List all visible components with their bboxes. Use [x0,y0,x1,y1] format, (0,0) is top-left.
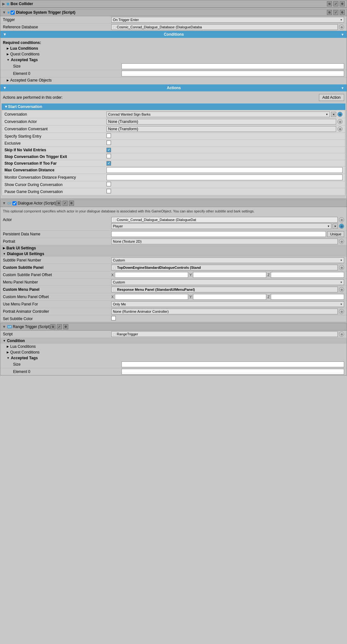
max-distance-input[interactable]: 3 [107,167,343,173]
copy4-icon[interactable]: ⧉ [50,324,55,329]
range-accepted-tags-row[interactable]: ▼ Accepted Tags [0,355,347,361]
custom-subtitle-panel-value: ⬚ TopDownEngineStandardDialogueControls … [111,265,344,270]
pause-game-checkbox[interactable] [107,189,111,193]
ref-db-circle-icon[interactable]: ◎ [339,25,344,30]
element0-input[interactable]: Player [122,71,344,76]
lua-conditions-row[interactable]: ▶ Lua Conditions [0,46,347,51]
conv-actor-circle-icon[interactable]: ◎ [337,119,343,124]
copy3-icon[interactable]: ⧉ [56,201,61,206]
conv-conversant-value: None (Transform) ◎ [107,126,343,132]
dialogue-actor-icons: ⧉ ⤢ ⚙ [56,201,74,206]
actor-filled-circle-icon[interactable]: ◎ [339,224,344,229]
range-lua-row[interactable]: ▶ Lua Conditions [0,344,347,349]
quest-conditions-row[interactable]: ▶ Quest Conditions [0,51,347,57]
dialogue-ui-settings-header[interactable]: ▼ Dialogue UI Settings [0,251,347,257]
actor-player-dropdown[interactable]: Player ▼ [111,223,331,229]
conversation-dropdown[interactable]: Conrad Wanted Sign Barks ▼ [107,111,330,117]
subtitle-panel-dropdown[interactable]: Custom ▼ [111,257,344,263]
custom-subtitle-panel-field[interactable]: ⬚ TopDownEngineStandardDialogueControls … [111,265,338,270]
maximize4-icon[interactable]: ⤢ [57,324,62,329]
box-collider-component: ▶ ◼ Box Collider ⧉ ⤢ ⚙ [0,0,347,8]
maximize2-icon[interactable]: ⤢ [333,10,338,15]
settings3-icon[interactable]: ⚙ [69,201,74,206]
dialogue-actor-arrow-icon[interactable]: ▼ [2,201,6,205]
arrow-right-icon[interactable]: ▶ [2,2,5,6]
settings2-icon[interactable]: ⚙ [340,10,345,15]
portrait-circle-icon[interactable]: ◎ [339,239,344,244]
condition-header[interactable]: ▼ Condition [0,338,347,344]
portrait-animator-field[interactable]: None (Runtime Animator Controller) [111,309,338,314]
range-script-circle-icon[interactable]: ◎ [339,332,344,337]
monitor-freq-input[interactable]: 1 [107,175,343,180]
size-input[interactable]: 1 [122,63,344,69]
portrait-field[interactable]: None (Texture 2D) [111,239,338,244]
portrait-text: None (Texture 2D) [113,240,142,243]
range-size-field: 1 [122,361,344,367]
accepted-tags-row[interactable]: ▼ Accepted Tags [0,57,347,63]
range-quest-row[interactable]: ▶ Quest Conditions [0,349,347,355]
maximize3-icon[interactable]: ⤢ [63,201,68,206]
custom-subtitle-circle-icon[interactable]: ◎ [339,265,344,270]
actor-circle-icon[interactable]: ◎ [339,217,344,222]
menu-x-input[interactable]: 0 [115,294,188,300]
custom-menu-circle-icon[interactable]: ◎ [339,287,344,292]
skip-no-valid-row: Skip If No Valid Entries [2,147,345,153]
quest-arrow-icon: ▶ [7,53,9,56]
conditions-section-header[interactable]: ▼ Conditions ▼ [0,31,347,38]
accepted-game-objects-row[interactable]: ▶ Accepted Game Objects [0,77,347,83]
show-cursor-checkbox[interactable] [107,182,111,186]
add-action-button[interactable]: Add Action [319,94,344,101]
arrow-down-icon[interactable]: ▼ [2,10,6,15]
conv-actor-field[interactable]: None (Transform) [107,119,336,125]
subtitle-y-input[interactable]: 0 [193,272,266,278]
conv-conversant-field[interactable]: None (Transform) [107,126,336,132]
range-trigger-arrow-icon[interactable]: ▼ [2,325,6,329]
stop-trigger-exit-row: Stop Conversation On Trigger Exit [2,153,345,160]
box-collider-icons: ⧉ ⤢ ⚙ [327,1,345,6]
copy-icon[interactable]: ⧉ [327,1,332,6]
stop-too-far-checkbox[interactable] [107,161,111,166]
conversation-x-button[interactable]: ✕ [331,112,336,117]
range-accepted-tags-label: Accepted Tags [11,356,38,360]
set-subtitle-color-label: Set Subtitle Color [3,317,111,321]
start-conversation-content: Conversation Conrad Wanted Sign Barks ▼ … [2,110,345,196]
specify-starting-label: Specify Starting Entry [4,134,107,139]
actor-db-field[interactable]: ⬚ Cosmic_Conrad_Dialogue_Database (Dialo… [111,217,338,223]
specify-starting-checkbox[interactable] [107,133,111,138]
use-menu-panel-dropdown[interactable]: Only Me ▼ [111,301,344,307]
c-sharp-icon: c# [7,325,12,328]
start-conversation-header[interactable]: ▼ Start Conversation [2,104,345,110]
maximize-icon[interactable]: ⤢ [333,1,338,6]
custom-menu-panel-field[interactable]: ⬚ Response Menu Panel (StandardUIMenuPan… [111,287,338,292]
ref-db-field[interactable]: ⬚ Cosmic_Conrad_Dialogue_Database (Dialo… [111,24,338,30]
menu-z-input[interactable]: 0 [271,294,344,300]
settings-icon[interactable]: ⚙ [340,1,345,6]
menu-y-input[interactable]: 0 [193,294,266,300]
dialogue-actor-enabled-checkbox[interactable] [12,201,17,205]
actor-x-button[interactable]: ✕ [333,224,338,229]
dialogue-trigger-enabled-checkbox[interactable] [11,11,15,15]
portrait-animator-circle-icon[interactable]: ◎ [339,309,344,314]
exclusive-checkbox[interactable] [107,140,111,145]
subtitle-x-input[interactable]: 0 [115,272,188,278]
range-script-field[interactable]: ⬚ RangeTrigger [111,331,338,337]
actor-dropdown-arrow-icon: ▼ [327,225,330,228]
stop-trigger-exit-checkbox[interactable] [107,154,111,158]
conversation-circle-icon[interactable]: ◎ [337,112,343,117]
unique-button[interactable]: Unique [327,231,344,237]
subtitle-panel-arrow-icon: ▼ [340,259,343,262]
range-element0-input[interactable]: Player [122,369,344,375]
conv-conversant-circle-icon[interactable]: ◎ [337,126,343,132]
set-subtitle-color-checkbox[interactable] [111,316,116,320]
lua-conditions-label: Lua Conditions [10,46,38,51]
menu-panel-dropdown[interactable]: Custom ▼ [111,279,344,285]
bark-ui-settings-header[interactable]: ▶ Bark UI Settings [0,245,347,251]
trigger-dropdown[interactable]: On Trigger Enter ▼ [111,17,344,23]
actions-section-header[interactable]: ▼ Actions ▼ [0,84,347,91]
skip-no-valid-checkbox[interactable] [107,148,111,152]
subtitle-z-input[interactable]: 0 [271,272,344,278]
settings4-icon[interactable]: ⚙ [63,324,68,329]
range-size-input[interactable]: 1 [122,361,344,367]
persistent-data-input[interactable] [111,231,326,237]
copy2-icon[interactable]: ⧉ [327,10,332,15]
